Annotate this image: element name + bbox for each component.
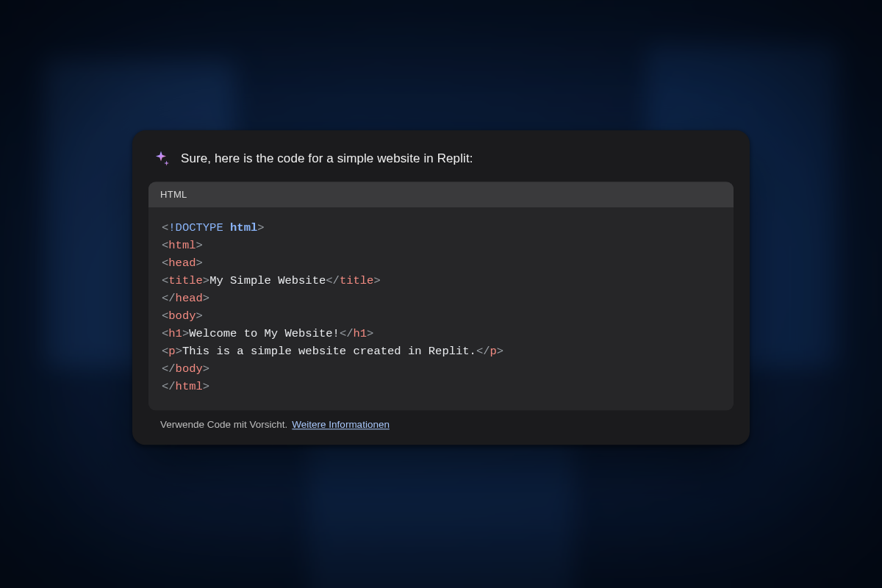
code-line: </html>	[162, 378, 720, 395]
code-line: <html>	[162, 237, 720, 254]
code-line: <!DOCTYPE html>	[162, 219, 720, 237]
code-block: HTML <!DOCTYPE html><html><head><title>M…	[148, 182, 734, 410]
response-text: Sure, here is the code for a simple webs…	[181, 151, 473, 166]
ai-response-card: Sure, here is the code for a simple webs…	[132, 130, 750, 445]
code-footer: Verwende Code mit Vorsicht. Weitere Info…	[148, 411, 734, 434]
more-info-link[interactable]: Weitere Informationen	[292, 420, 390, 431]
code-line: <body>	[162, 307, 720, 325]
code-line: </head>	[162, 290, 720, 307]
code-body[interactable]: <!DOCTYPE html><html><head><title>My Sim…	[148, 207, 734, 410]
code-line: <h1>Welcome to My Website!</h1>	[162, 325, 720, 343]
code-line: <title>My Simple Website</title>	[162, 272, 720, 290]
code-line: <head>	[162, 254, 720, 272]
code-language-label: HTML	[148, 182, 734, 207]
card-header: Sure, here is the code for a simple webs…	[148, 146, 734, 182]
code-line: <p>This is a simple website created in R…	[162, 343, 720, 360]
sparkle-icon	[151, 149, 171, 168]
caution-text: Verwende Code mit Vorsicht.	[160, 420, 287, 431]
code-line: </body>	[162, 360, 720, 378]
